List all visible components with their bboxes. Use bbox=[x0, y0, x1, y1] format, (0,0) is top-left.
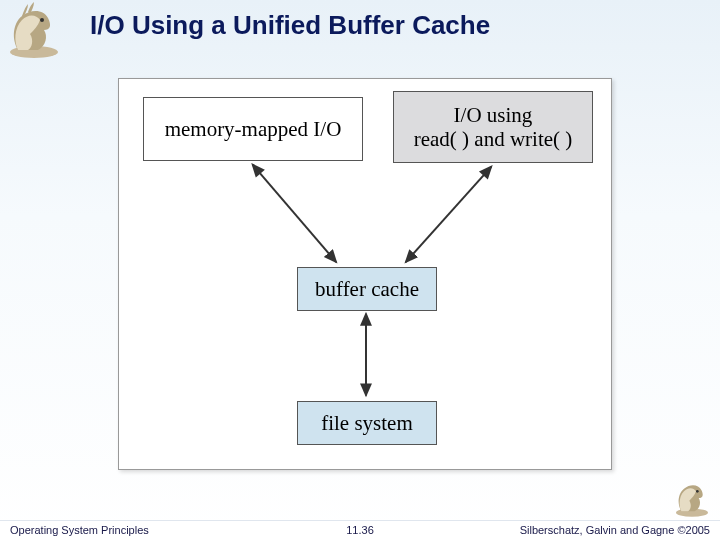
diagram-container: memory-mapped I/O I/O using read( ) and … bbox=[118, 78, 612, 470]
svg-point-1 bbox=[40, 18, 44, 22]
box-label: buffer cache bbox=[315, 277, 419, 301]
box-buffer-cache: buffer cache bbox=[297, 267, 437, 311]
slide-title: I/O Using a Unified Buffer Cache bbox=[90, 10, 490, 41]
footer-left: Operating System Principles bbox=[10, 524, 149, 536]
dinosaur-logo-bottom-right bbox=[672, 478, 712, 518]
box-label: memory-mapped I/O bbox=[165, 117, 342, 141]
arrow-rw-to-buffer bbox=[406, 167, 492, 263]
dinosaur-logo-top-left bbox=[4, 0, 64, 60]
slide-footer: Operating System Principles 11.36 Silber… bbox=[0, 520, 720, 540]
arrow-mm-to-buffer bbox=[253, 165, 337, 263]
box-file-system: file system bbox=[297, 401, 437, 445]
box-label: I/O using read( ) and write( ) bbox=[414, 103, 573, 151]
box-label: file system bbox=[321, 411, 413, 435]
dinosaur-icon bbox=[4, 0, 64, 60]
footer-page-number: 11.36 bbox=[346, 524, 374, 536]
footer-right: Silberschatz, Galvin and Gagne ©2005 bbox=[520, 524, 710, 536]
line2: read( ) and write( ) bbox=[414, 127, 573, 151]
dinosaur-icon bbox=[672, 478, 712, 518]
line1: I/O using bbox=[454, 103, 533, 127]
box-io-read-write: I/O using read( ) and write( ) bbox=[393, 91, 593, 163]
svg-point-3 bbox=[696, 490, 699, 493]
box-memory-mapped-io: memory-mapped I/O bbox=[143, 97, 363, 161]
